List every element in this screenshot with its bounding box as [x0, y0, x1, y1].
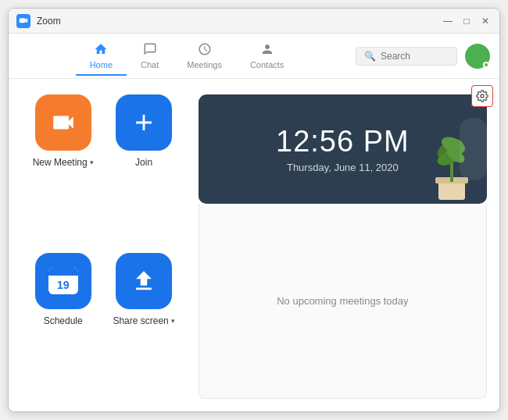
minimize-button[interactable]: —	[442, 15, 454, 27]
clock-content: 12:56 PM Thursday, June 11, 2020	[276, 125, 410, 173]
tab-chat[interactable]: Chat	[127, 37, 173, 74]
plus-icon	[131, 109, 157, 136]
join-button[interactable]	[116, 94, 172, 151]
main-content: New Meeting ▾ Join	[9, 79, 499, 411]
search-box[interactable]: 🔍	[356, 47, 457, 66]
tab-meetings-label: Meetings	[187, 60, 222, 69]
gear-icon	[476, 90, 488, 102]
share-screen-button[interactable]	[116, 253, 172, 309]
upload-icon	[131, 268, 157, 294]
close-button[interactable]: ✕	[479, 15, 492, 27]
plant-decoration	[417, 110, 487, 204]
video-icon	[50, 109, 77, 136]
tab-chat-label: Chat	[141, 60, 159, 69]
tab-contacts-label: Contacts	[250, 60, 284, 69]
app-window: Zoom — □ ✕ Home	[8, 8, 500, 412]
meetings-icon	[198, 42, 212, 59]
svg-rect-10	[460, 118, 487, 180]
share-screen-action[interactable]: Share screen ▾	[113, 253, 174, 399]
window-title: Zoom	[37, 16, 442, 27]
status-dot	[483, 62, 489, 68]
svg-rect-0	[20, 18, 26, 23]
no-meetings-message: No upcoming meetings today	[277, 295, 408, 307]
svg-point-2	[481, 94, 484, 98]
schedule-action[interactable]: 19 Schedule	[32, 253, 94, 399]
chat-icon	[143, 42, 157, 59]
window-controls: — □ ✕	[442, 15, 492, 27]
title-bar: Zoom — □ ✕	[9, 9, 499, 34]
join-action[interactable]: Join	[113, 94, 174, 240]
search-icon: 🔍	[364, 51, 376, 62]
search-input[interactable]	[381, 51, 451, 62]
tab-meetings[interactable]: Meetings	[173, 37, 236, 74]
tab-contacts[interactable]: Contacts	[236, 37, 298, 74]
tab-home[interactable]: Home	[76, 37, 127, 74]
nav-bar: Home Chat Meetings	[9, 34, 499, 79]
app-icon	[16, 14, 30, 28]
avatar[interactable]	[465, 44, 490, 69]
right-panel: 12:56 PM Thursday, June 11, 2020	[199, 94, 487, 399]
body-layout: New Meeting ▾ Join	[9, 79, 499, 411]
new-meeting-action[interactable]: New Meeting ▾	[32, 94, 94, 240]
clock-card: 12:56 PM Thursday, June 11, 2020	[199, 94, 487, 204]
home-icon	[94, 42, 108, 59]
contacts-icon	[260, 42, 274, 59]
new-meeting-label: New Meeting ▾	[33, 157, 94, 168]
clock-time: 12:56 PM	[276, 125, 410, 158]
new-meeting-button[interactable]	[35, 94, 91, 151]
join-label: Join	[135, 157, 152, 168]
svg-marker-1	[25, 18, 27, 23]
schedule-label: Schedule	[44, 315, 83, 326]
actions-grid: New Meeting ▾ Join	[32, 94, 183, 399]
clock-date: Thursday, June 11, 2020	[276, 162, 410, 173]
tab-home-label: Home	[90, 60, 113, 69]
maximize-button[interactable]: □	[460, 15, 473, 27]
nav-tabs: Home Chat Meetings	[18, 37, 356, 74]
calendar-icon: 19	[48, 268, 78, 294]
meetings-panel: No upcoming meetings today	[199, 204, 487, 399]
settings-button[interactable]	[471, 85, 493, 107]
share-screen-label: Share screen ▾	[113, 315, 174, 326]
schedule-button[interactable]: 19	[35, 253, 91, 309]
